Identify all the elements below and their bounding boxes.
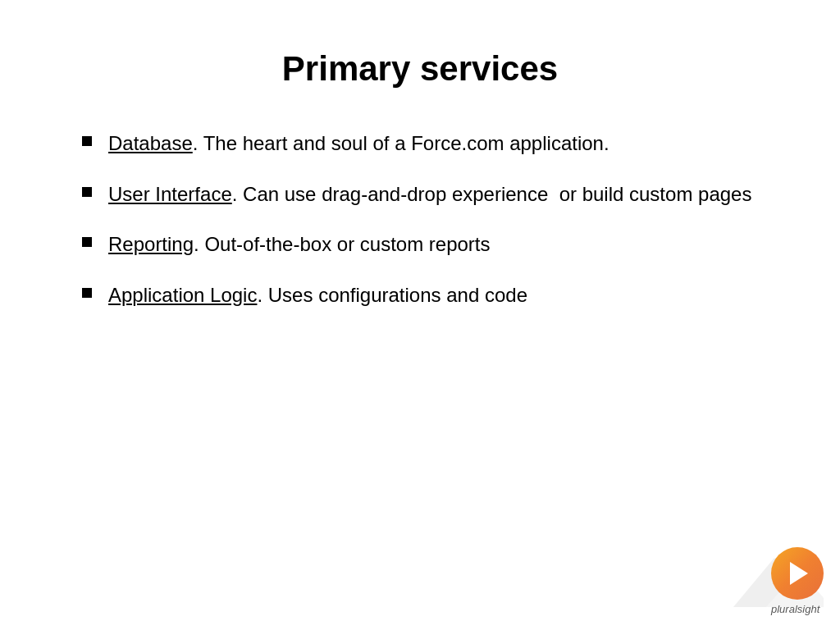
- list-item: Application Logic. Uses configurations a…: [82, 281, 791, 309]
- underlined-term: Database: [108, 132, 193, 154]
- list-item: Database. The heart and soul of a Force.…: [82, 130, 791, 158]
- bullet-marker: [82, 187, 92, 197]
- underlined-term: Reporting: [108, 233, 194, 255]
- play-button-icon[interactable]: [771, 547, 824, 600]
- bullet-text-applogic: Application Logic. Uses configurations a…: [108, 281, 791, 309]
- bullet-rest: . The heart and soul of a Force.com appl…: [193, 132, 609, 154]
- pluralsight-logo: pluralsight: [771, 547, 824, 615]
- bullet-text-ui: User Interface. Can use drag-and-drop ex…: [108, 180, 791, 208]
- underlined-term: User Interface: [108, 183, 232, 205]
- slide-title: Primary services: [49, 49, 791, 89]
- play-triangle-icon: [790, 562, 808, 585]
- list-item: User Interface. Can use drag-and-drop ex…: [82, 180, 791, 208]
- bullet-text-database: Database. The heart and soul of a Force.…: [108, 130, 791, 158]
- underlined-term: Application Logic: [108, 284, 257, 306]
- slide-container: Primary services Database. The heart and…: [0, 0, 840, 630]
- bullet-text-reporting: Reporting. Out-of-the-box or custom repo…: [108, 231, 791, 258]
- bullet-marker: [82, 136, 92, 146]
- brand-label: pluralsight: [771, 603, 824, 615]
- bullet-marker: [82, 288, 92, 298]
- bullet-list: Database. The heart and soul of a Force.…: [49, 130, 791, 308]
- bullet-marker: [82, 237, 92, 247]
- bullet-rest: . Out-of-the-box or custom reports: [194, 233, 490, 255]
- list-item: Reporting. Out-of-the-box or custom repo…: [82, 231, 791, 258]
- bullet-rest: . Uses configurations and code: [257, 284, 527, 306]
- bullet-rest: . Can use drag-and-drop experience or bu…: [232, 183, 752, 205]
